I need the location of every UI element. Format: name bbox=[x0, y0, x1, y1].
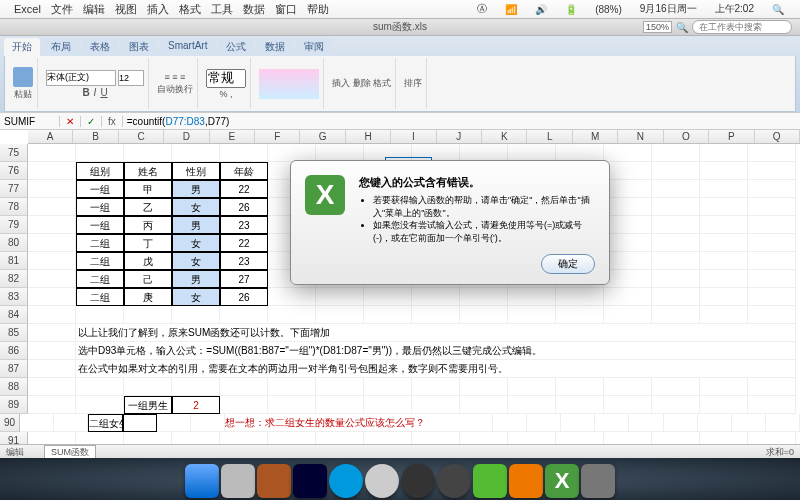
date[interactable]: 9月16日周一 bbox=[640, 2, 697, 16]
cell[interactable] bbox=[748, 180, 796, 198]
col-I[interactable]: I bbox=[391, 130, 436, 143]
cell[interactable] bbox=[748, 306, 796, 324]
cell[interactable] bbox=[76, 144, 124, 162]
cell[interactable] bbox=[316, 432, 364, 444]
col-M[interactable]: M bbox=[573, 130, 618, 143]
sort-group[interactable]: 排序 bbox=[400, 58, 427, 109]
cells-group[interactable]: 插入 删除 格式 bbox=[328, 58, 396, 109]
cell[interactable] bbox=[652, 432, 700, 444]
cell[interactable]: 二组 bbox=[76, 270, 124, 288]
safari-icon[interactable] bbox=[365, 464, 399, 498]
menu-help[interactable]: 帮助 bbox=[307, 2, 329, 17]
row-85[interactable]: 85 bbox=[0, 324, 28, 342]
cell[interactable] bbox=[316, 396, 364, 414]
cell[interactable] bbox=[316, 378, 364, 396]
cell[interactable] bbox=[748, 216, 796, 234]
cell[interactable] bbox=[556, 288, 604, 306]
cell[interactable] bbox=[652, 396, 700, 414]
row-76[interactable]: 76 bbox=[0, 162, 28, 180]
row-81[interactable]: 81 bbox=[0, 252, 28, 270]
cell[interactable] bbox=[172, 432, 220, 444]
cell[interactable] bbox=[604, 180, 652, 198]
cell[interactable] bbox=[700, 270, 748, 288]
cell[interactable] bbox=[561, 414, 595, 432]
font-family[interactable] bbox=[46, 70, 116, 86]
cell[interactable] bbox=[268, 396, 316, 414]
cell[interactable] bbox=[124, 378, 172, 396]
col-K[interactable]: K bbox=[482, 130, 527, 143]
app-icon-1[interactable] bbox=[329, 464, 363, 498]
cell[interactable] bbox=[28, 216, 76, 234]
cell[interactable] bbox=[664, 414, 698, 432]
cell[interactable]: 23 bbox=[220, 252, 268, 270]
cell[interactable] bbox=[700, 198, 748, 216]
col-Q[interactable]: Q bbox=[755, 130, 800, 143]
cell[interactable]: 庚 bbox=[124, 288, 172, 306]
cell[interactable]: 女 bbox=[172, 234, 220, 252]
col-H[interactable]: H bbox=[346, 130, 391, 143]
formula-input[interactable]: =countif(D77:D83,D77) bbox=[123, 116, 800, 127]
cell[interactable] bbox=[28, 396, 76, 414]
finder-icon[interactable] bbox=[185, 464, 219, 498]
cell[interactable] bbox=[28, 252, 76, 270]
row-78[interactable]: 78 bbox=[0, 198, 28, 216]
styles-group[interactable] bbox=[255, 58, 324, 109]
row-77[interactable]: 77 bbox=[0, 180, 28, 198]
zoom-level[interactable]: 150% bbox=[643, 21, 672, 33]
cell[interactable] bbox=[748, 288, 796, 306]
cell[interactable]: 二组 bbox=[76, 234, 124, 252]
cell[interactable] bbox=[364, 432, 412, 444]
cell[interactable] bbox=[412, 378, 460, 396]
cell[interactable] bbox=[191, 414, 225, 432]
cell[interactable] bbox=[604, 162, 652, 180]
cell[interactable]: 23 bbox=[220, 216, 268, 234]
cell[interactable] bbox=[652, 288, 700, 306]
row-79[interactable]: 79 bbox=[0, 216, 28, 234]
cell[interactable]: 女 bbox=[172, 252, 220, 270]
cell[interactable] bbox=[28, 198, 76, 216]
cell[interactable] bbox=[28, 270, 76, 288]
cell[interactable] bbox=[700, 432, 748, 444]
cell[interactable] bbox=[220, 432, 268, 444]
cell[interactable] bbox=[508, 306, 556, 324]
col-A[interactable]: A bbox=[28, 130, 73, 143]
cell[interactable] bbox=[412, 306, 460, 324]
cell[interactable] bbox=[604, 252, 652, 270]
cell[interactable]: 二组 bbox=[76, 252, 124, 270]
cell[interactable] bbox=[604, 432, 652, 444]
cell[interactable] bbox=[700, 396, 748, 414]
cell[interactable]: 二组女生 bbox=[88, 414, 122, 432]
row-83[interactable]: 83 bbox=[0, 288, 28, 306]
cell[interactable] bbox=[460, 306, 508, 324]
dock[interactable]: X bbox=[0, 458, 800, 500]
font-size[interactable] bbox=[118, 70, 144, 86]
cell[interactable] bbox=[220, 378, 268, 396]
cell[interactable] bbox=[20, 414, 54, 432]
cell[interactable] bbox=[268, 378, 316, 396]
name-box[interactable]: SUMIF bbox=[0, 116, 60, 127]
cell[interactable]: 26 bbox=[220, 288, 268, 306]
cell[interactable] bbox=[76, 306, 124, 324]
cell[interactable] bbox=[460, 396, 508, 414]
cell[interactable] bbox=[28, 234, 76, 252]
cell[interactable] bbox=[364, 288, 412, 306]
menu-window[interactable]: 窗口 bbox=[275, 2, 297, 17]
cell[interactable]: 一组男生 bbox=[124, 396, 172, 414]
cell[interactable] bbox=[76, 378, 124, 396]
col-O[interactable]: O bbox=[664, 130, 709, 143]
cell[interactable] bbox=[604, 378, 652, 396]
tab-smartart[interactable]: SmartArt bbox=[160, 38, 215, 56]
col-N[interactable]: N bbox=[618, 130, 663, 143]
cell[interactable] bbox=[460, 432, 508, 444]
battery-icon[interactable]: 🔋 bbox=[565, 4, 577, 15]
row-86[interactable]: 86 bbox=[0, 342, 28, 360]
cell[interactable]: 年龄 bbox=[220, 162, 268, 180]
col-L[interactable]: L bbox=[527, 130, 572, 143]
cell[interactable] bbox=[527, 414, 561, 432]
cell[interactable] bbox=[748, 162, 796, 180]
app-icon-5[interactable] bbox=[509, 464, 543, 498]
cell[interactable] bbox=[220, 306, 268, 324]
wifi-icon[interactable]: 📶 bbox=[505, 4, 517, 15]
cell[interactable] bbox=[700, 180, 748, 198]
app-name[interactable]: Excel bbox=[14, 3, 41, 15]
